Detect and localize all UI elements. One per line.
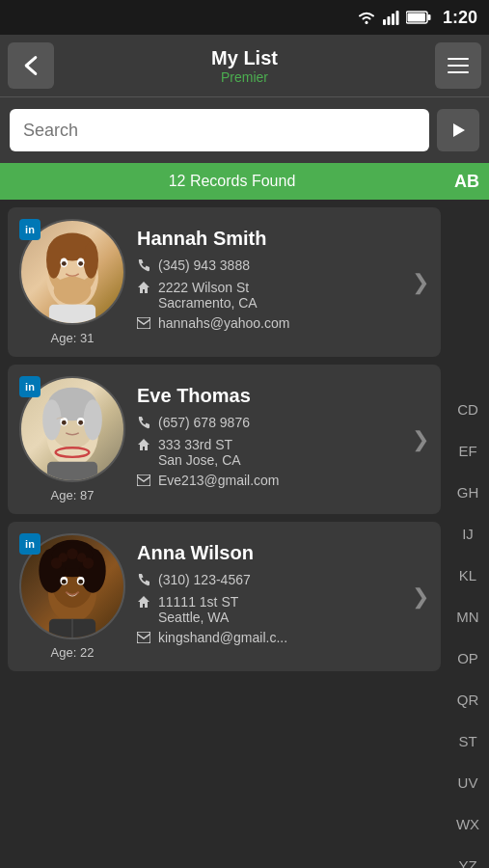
alpha-st[interactable]: ST	[447, 720, 489, 762]
alpha-qr[interactable]: QR	[447, 679, 489, 720]
content-area: CD EF GH IJ KL MN OP QR ST UV WX YZ in	[0, 200, 489, 868]
svg-rect-21	[137, 317, 150, 329]
battery-icon	[406, 11, 431, 24]
avatar-container-2: in	[19, 533, 125, 660]
header: My List Premier	[0, 35, 489, 97]
alpha-op[interactable]: OP	[447, 637, 489, 679]
contact-address-0: 2222 Wilson StSacramento, CA	[137, 280, 429, 311]
svg-rect-6	[427, 14, 430, 20]
svg-point-14	[84, 241, 98, 279]
svg-marker-8	[453, 123, 465, 137]
contact-email-0: hannahs@yahoo.com	[137, 315, 429, 332]
svg-point-48	[78, 580, 83, 584]
contact-info-0: Hannah Smith (345) 943 3888 2222 Wilson …	[137, 228, 429, 337]
contact-address-2: 11111 1st STSeattle, WA	[137, 594, 429, 625]
contact-phone-0: (345) 943 3888	[137, 258, 429, 275]
status-icons: 1:20	[356, 8, 477, 28]
alpha-kl[interactable]: KL	[447, 555, 489, 596]
svg-rect-3	[392, 14, 394, 25]
svg-rect-20	[49, 305, 95, 323]
home-icon-0	[137, 281, 150, 297]
svg-point-26	[84, 399, 102, 440]
email-icon-0	[137, 316, 150, 332]
svg-rect-33	[137, 475, 150, 486]
phone-icon-1	[137, 416, 150, 432]
alpha-cd[interactable]: CD	[447, 389, 489, 430]
alpha-ij[interactable]: IJ	[447, 513, 489, 555]
contact-card-0[interactable]: in	[8, 207, 441, 357]
phone-icon-0	[137, 258, 150, 275]
contact-phone-1: (657) 678 9876	[137, 415, 429, 432]
age-label-2: Age: 22	[19, 645, 125, 660]
search-input[interactable]	[10, 109, 429, 151]
records-count: 12 Records Found	[10, 173, 454, 190]
chevron-right-1: ❯	[412, 427, 429, 452]
status-time: 1:20	[443, 8, 477, 28]
email-icon-2	[137, 631, 150, 646]
menu-button[interactable]	[435, 42, 481, 89]
contact-card-1[interactable]: in	[8, 365, 441, 514]
back-button[interactable]	[8, 42, 54, 89]
svg-point-42	[67, 548, 78, 559]
svg-point-0	[365, 21, 367, 24]
contact-name-0: Hannah Smith	[137, 228, 429, 250]
svg-point-41	[59, 553, 68, 562]
signal-icon	[383, 10, 400, 25]
avatar-container-0: in	[19, 219, 125, 345]
chevron-right-2: ❯	[412, 584, 429, 610]
search-button[interactable]	[437, 109, 479, 151]
contact-info-1: Eve Thomas (657) 678 9876 333 33rd STSan…	[137, 385, 429, 494]
home-icon-2	[137, 595, 150, 611]
header-title-container: My List Premier	[54, 47, 435, 85]
contact-card-2[interactable]: in	[8, 522, 441, 671]
alpha-gh[interactable]: GH	[447, 472, 489, 513]
svg-rect-7	[407, 14, 425, 22]
header-title: My List	[54, 47, 435, 69]
linkedin-badge-0: in	[19, 219, 41, 240]
contact-email-1: Eve213@gmail.com	[137, 473, 429, 489]
svg-rect-32	[47, 462, 97, 480]
svg-rect-1	[383, 19, 386, 25]
linkedin-badge-2: in	[19, 533, 41, 555]
status-bar: 1:20	[0, 0, 489, 35]
contact-info-2: Anna Wilson (310) 123-4567 11111 1st STS…	[137, 542, 429, 651]
contact-name-1: Eve Thomas	[137, 385, 429, 407]
alpha-uv[interactable]: UV	[447, 762, 489, 803]
svg-rect-4	[395, 11, 398, 25]
alpha-ab-label[interactable]: AB	[454, 172, 479, 192]
alpha-ef[interactable]: EF	[447, 430, 489, 472]
home-icon-1	[137, 438, 150, 454]
alpha-mn[interactable]: MN	[447, 596, 489, 637]
svg-rect-2	[387, 16, 390, 25]
contact-address-1: 333 33rd STSan Jose, CA	[137, 437, 429, 468]
svg-point-18	[78, 261, 83, 266]
alpha-wx[interactable]: WX	[447, 803, 489, 845]
svg-point-44	[83, 557, 95, 569]
play-icon	[449, 122, 467, 139]
age-label-1: Age: 87	[19, 488, 125, 502]
hamburger-icon	[448, 58, 469, 73]
age-label-0: Age: 31	[19, 331, 125, 345]
chevron-right-0: ❯	[412, 270, 429, 295]
svg-point-17	[62, 261, 67, 266]
records-bar: 12 Records Found AB	[0, 163, 489, 200]
email-icon-1	[137, 474, 150, 489]
phone-icon-2	[137, 573, 150, 589]
svg-point-19	[54, 277, 92, 305]
svg-rect-51	[137, 632, 150, 643]
alpha-yz[interactable]: YZ	[447, 845, 489, 868]
contact-phone-2: (310) 123-4567	[137, 572, 429, 589]
svg-point-25	[42, 399, 61, 440]
svg-point-29	[62, 420, 67, 425]
search-bar	[0, 97, 489, 163]
svg-point-13	[46, 241, 61, 279]
alpha-index: CD EF GH IJ KL MN OP QR ST UV WX YZ	[447, 389, 489, 868]
linkedin-badge-1: in	[19, 376, 41, 397]
contact-email-2: kingshand@gmail.c...	[137, 630, 429, 646]
header-subtitle: Premier	[54, 69, 435, 85]
svg-point-30	[78, 420, 83, 425]
wifi-icon	[356, 10, 377, 25]
svg-point-47	[62, 580, 67, 584]
contact-name-2: Anna Wilson	[137, 542, 429, 564]
avatar-container-1: in	[19, 376, 125, 502]
